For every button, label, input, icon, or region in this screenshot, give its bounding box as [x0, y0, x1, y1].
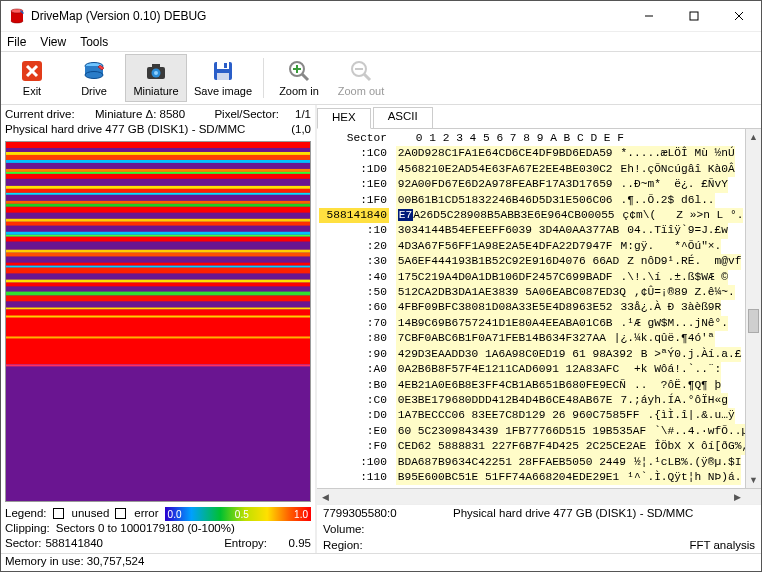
svg-rect-54 [6, 250, 310, 253]
menubar: File View Tools [1, 31, 761, 51]
svg-rect-46 [6, 213, 310, 219]
zoom-in-icon [287, 59, 311, 83]
menu-file[interactable]: File [7, 35, 26, 49]
window-controls [626, 1, 761, 31]
close-button[interactable] [716, 1, 761, 31]
menu-tools[interactable]: Tools [80, 35, 108, 49]
svg-line-22 [302, 74, 308, 80]
offset-val: 7799305580:0 [323, 507, 453, 519]
miniature-label: Miniature [133, 85, 178, 97]
svg-rect-66 [6, 302, 310, 308]
save-image-label: Save image [194, 85, 252, 97]
mem-val: 30,757,524 [87, 555, 145, 570]
minimap[interactable] [5, 141, 311, 502]
drive-desc: Physical hard drive 477 GB (DISK1) - SD/… [5, 122, 279, 137]
window-title: DriveMap (Version 0.10) DEBUG [31, 9, 626, 23]
svg-rect-49 [6, 226, 310, 232]
grad-5: 0.5 [235, 507, 249, 522]
svg-rect-71 [6, 364, 310, 501]
svg-line-26 [364, 74, 370, 80]
svg-rect-60 [6, 274, 310, 280]
content: Current drive: Miniature Δ: 8580 Pixel/S… [1, 105, 761, 553]
grad-1: 1.0 [294, 507, 308, 522]
svg-rect-58 [6, 266, 310, 268]
svg-point-12 [85, 72, 103, 79]
miniature-delta: Miniature Δ: 8580 [95, 107, 214, 122]
gradient-bar: 0.0 0.5 1.0 [165, 507, 311, 521]
miniature-button[interactable]: Miniature [125, 54, 187, 102]
svg-rect-59 [6, 268, 310, 274]
save-image-button[interactable]: Save image [187, 52, 259, 104]
scroll-up-icon[interactable]: ▲ [746, 129, 761, 145]
tab-ascii[interactable]: ASCII [373, 107, 433, 128]
zoom-out-label: Zoom out [338, 85, 384, 97]
svg-rect-31 [6, 152, 310, 155]
svg-rect-44 [6, 204, 310, 207]
hex-body[interactable]: Sector 0 1 2 3 4 5 6 7 8 9 A B C D E F:1… [317, 129, 745, 488]
svg-rect-36 [6, 172, 310, 174]
svg-rect-19 [224, 63, 227, 68]
scroll-right-icon[interactable]: ▶ [729, 489, 745, 504]
statusbar: Memory in use: 30,757,524 [1, 553, 761, 571]
entropy-val: 0.95 [271, 536, 311, 551]
svg-rect-37 [6, 174, 310, 179]
camera-icon [144, 59, 168, 83]
svg-rect-35 [6, 169, 310, 172]
minimize-button[interactable] [626, 1, 671, 31]
svg-rect-56 [6, 257, 310, 263]
right-panel: HEX ASCII Sector 0 1 2 3 4 5 6 7 8 9 A B… [317, 105, 761, 553]
exit-icon [20, 59, 44, 83]
scroll-thumb[interactable] [748, 309, 759, 333]
drive-desc-right: (1,0 [279, 122, 311, 137]
zoom-out-icon [349, 59, 373, 83]
error-checkbox[interactable] [115, 508, 126, 519]
titlebar: DriveMap (Version 0.10) DEBUG [1, 1, 761, 31]
hex-viewer: Sector 0 1 2 3 4 5 6 7 8 9 A B C D E F:1… [317, 129, 761, 488]
region-val [383, 539, 689, 551]
exit-label: Exit [23, 85, 41, 97]
svg-rect-63 [6, 287, 310, 292]
legend-label: Legend: [5, 506, 47, 521]
scroll-down-icon[interactable]: ▼ [746, 472, 761, 488]
drive-button[interactable]: Drive [63, 52, 125, 104]
fft-link[interactable]: FFT analysis [689, 539, 755, 551]
tab-hex[interactable]: HEX [317, 108, 371, 129]
scroll-left-icon[interactable]: ◀ [317, 489, 333, 504]
svg-rect-14 [152, 64, 160, 68]
svg-rect-34 [6, 163, 310, 169]
unused-label: unused [72, 506, 110, 521]
unused-checkbox[interactable] [53, 508, 64, 519]
svg-rect-50 [6, 232, 310, 235]
svg-rect-57 [6, 263, 310, 266]
svg-point-16 [154, 71, 158, 75]
legend: Legend: unused error 0.0 0.5 1.0 Clippin… [1, 504, 315, 553]
exit-button[interactable]: Exit [1, 52, 63, 104]
menu-view[interactable]: View [40, 35, 66, 49]
volume-row: Volume: [317, 521, 761, 537]
sector-val: 588141840 [45, 536, 103, 551]
toolbar: Exit Drive Miniature Save image Zoom in [1, 51, 761, 105]
svg-rect-62 [6, 283, 310, 287]
maximize-button[interactable] [671, 1, 716, 31]
scroll-track[interactable] [746, 145, 761, 472]
scroll-corner [745, 489, 761, 504]
sector-label: Sector: [5, 536, 41, 551]
drive-header: Current drive: Miniature Δ: 8580 Pixel/S… [1, 105, 315, 139]
zoom-out-button[interactable]: Zoom out [330, 52, 392, 104]
zoom-in-button[interactable]: Zoom in [268, 52, 330, 104]
svg-rect-30 [6, 148, 310, 152]
svg-rect-38 [6, 179, 310, 186]
svg-rect-69 [6, 316, 310, 318]
grad-0: 0.0 [168, 507, 182, 522]
svg-rect-47 [6, 219, 310, 222]
drive-label: Drive [81, 85, 107, 97]
save-icon [211, 59, 235, 83]
svg-rect-55 [6, 253, 310, 257]
volume-val [383, 523, 755, 535]
region-label: Region: [323, 539, 383, 551]
horizontal-scrollbar[interactable]: ◀ ▶ [317, 488, 761, 504]
svg-rect-64 [6, 292, 310, 296]
hex-tabs: HEX ASCII [317, 107, 761, 129]
vertical-scrollbar[interactable]: ▲ ▼ [745, 129, 761, 488]
toolbar-separator [263, 58, 264, 98]
